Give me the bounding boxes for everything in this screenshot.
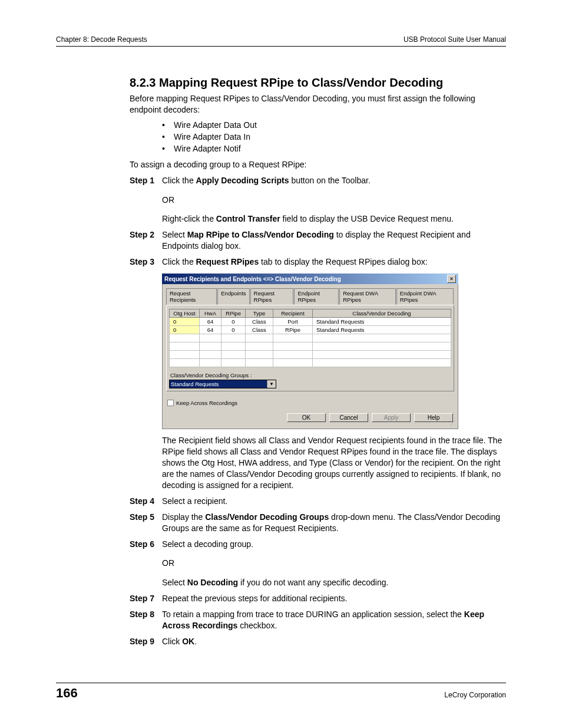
step-8: Step 8 To retain a mapping from trace to… [130, 609, 506, 631]
list-item: Wire Adapter Data Out [162, 120, 506, 130]
table-row[interactable]: 0 64 0 Class Port Standard Requests [170, 318, 451, 326]
page-number: 166 [56, 686, 78, 701]
post-dialog-text: The Recipient field shows all Class and … [130, 435, 506, 490]
list-item: Wire Adapter Notif [162, 144, 506, 153]
step-label: Step 9 [130, 636, 162, 647]
dialog-title-text: Request Recipients and Endpoints <=> Cla… [164, 276, 341, 282]
header-left: Chapter 8: Decode Requests [56, 35, 147, 44]
decoder-list: Wire Adapter Data Out Wire Adapter Data … [162, 120, 506, 153]
keep-across-recordings-checkbox[interactable] [167, 400, 174, 406]
list-item: Wire Adapter Data In [162, 132, 506, 141]
ok-button[interactable]: OK [287, 413, 326, 422]
step-1: Step 1 Click the Apply Decoding Scripts … [130, 175, 506, 225]
tab-request-recipients[interactable]: Request Recipients [166, 288, 217, 305]
cancel-button[interactable]: Cancel [329, 413, 368, 422]
dialog-tabs: Request Recipients Endpoints Request RPi… [166, 288, 454, 305]
rpipes-table[interactable]: Otg Host HwA RPipe Type Recipient Class/… [169, 309, 451, 367]
section-title: 8.2.3 Mapping Request RPipe to Class/Ven… [130, 76, 506, 90]
step-label: Step 4 [130, 496, 162, 507]
dialog-screenshot: Request Recipients and Endpoints <=> Cla… [162, 274, 458, 429]
tab-request-dwa-rpipes[interactable]: Request DWA RPipes [339, 288, 395, 305]
tab-request-rpipes[interactable]: Request RPipes [250, 288, 294, 305]
dialog-titlebar: Request Recipients and Endpoints <=> Cla… [162, 274, 458, 284]
step-label: Step 6 [130, 539, 162, 589]
footer-corp: LeCroy Corporation [444, 691, 506, 699]
step-label: Step 8 [130, 609, 162, 631]
step-5: Step 5 Display the Class/Vendor Decoding… [130, 512, 506, 534]
help-button[interactable]: Help [414, 413, 453, 422]
chevron-down-icon[interactable]: ▼ [267, 380, 276, 388]
groups-label: Class/Vendor Decoding Groups : [170, 372, 451, 378]
page-header: Chapter 8: Decode Requests USB Protocol … [56, 35, 506, 47]
step-4: Step 4 Select a recipient. [130, 496, 506, 507]
page-footer: 166 LeCroy Corporation [56, 683, 506, 701]
resize-grip-icon[interactable]: ⋰ [166, 422, 454, 425]
step-label: Step 5 [130, 512, 162, 534]
step-9: Step 9 Click OK. [130, 636, 506, 647]
apply-button[interactable]: Apply [372, 413, 411, 422]
step-2: Step 2 Select Map RPipe to Class/Vendor … [130, 229, 506, 252]
step-7: Step 7 Repeat the previous steps for add… [130, 593, 506, 604]
step-3: Step 3 Click the Request RPipes tab to d… [130, 256, 506, 268]
header-right: USB Protocol Suite User Manual [404, 35, 506, 44]
tab-endpoint-rpipes[interactable]: Endpoint RPipes [294, 288, 339, 305]
tab-endpoint-dwa-rpipes[interactable]: Endpoint DWA RPipes [396, 288, 454, 305]
step-label: Step 2 [130, 229, 162, 252]
step-label: Step 3 [130, 256, 162, 268]
table-row[interactable]: 0 64 0 Class RPipe Standard Requests [170, 326, 451, 334]
step-label: Step 7 [130, 593, 162, 604]
step-label: Step 1 [130, 175, 162, 225]
decoding-groups-dropdown[interactable]: Standard Requests ▼ [169, 380, 276, 388]
intro2-text: To assign a decoding group to a Request … [130, 159, 506, 170]
step-6: Step 6 Select a decoding group. OR Selec… [130, 539, 506, 589]
tab-endpoints[interactable]: Endpoints [217, 288, 249, 305]
close-icon[interactable]: × [447, 275, 456, 283]
intro-text: Before mapping Request RPipes to Class/V… [130, 93, 506, 116]
keep-label: Keep Across Recordings [176, 400, 237, 406]
